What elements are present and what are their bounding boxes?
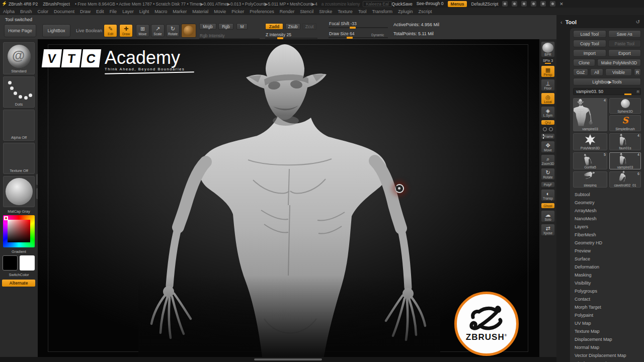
local-toggle[interactable]: ◎ Local xyxy=(541,93,555,105)
menu-brush[interactable]: Brush xyxy=(20,9,32,14)
menu-stencil[interactable]: Stencil xyxy=(300,9,313,14)
mrgb-toggle[interactable]: Mrgb xyxy=(199,23,216,30)
bpr-render-button[interactable]: BPR xyxy=(541,41,555,57)
zoom3d-button[interactable]: ⌕ Zoom3D xyxy=(541,154,555,166)
menu-render[interactable]: Render xyxy=(280,9,295,14)
slider-r-button[interactable]: R xyxy=(637,89,639,94)
draw-size-track[interactable] xyxy=(329,37,388,38)
move-mode-button[interactable]: ⊞ Move xyxy=(136,24,149,37)
copy-tool-button[interactable]: Copy Tool xyxy=(573,40,606,47)
paste-tool-button[interactable]: Paste Tool xyxy=(608,40,641,47)
horizontal-scrollbar[interactable] xyxy=(254,358,322,360)
quicksave-button[interactable]: QuickSave xyxy=(392,2,413,7)
section-deformation[interactable]: Deformation xyxy=(570,263,644,271)
section-normal-map[interactable]: Normal Map xyxy=(570,343,644,351)
menu-movie[interactable]: Movie xyxy=(214,9,226,14)
menu-zplugin[interactable]: Zplugin xyxy=(398,9,413,14)
alternate-button[interactable]: Alternate xyxy=(2,280,35,287)
tool-thumb-sleeping[interactable]: sleeping xyxy=(573,171,607,188)
section-polypaint[interactable]: Polypaint xyxy=(570,311,644,319)
tool-thumb-gorilla5[interactable]: 5 Gorilla5 xyxy=(573,152,607,169)
menu-edit[interactable]: Edit xyxy=(96,9,104,14)
cursor-tool-icon[interactable] xyxy=(502,1,508,7)
menu-alpha[interactable]: Alpha xyxy=(3,9,15,14)
lock-icon[interactable] xyxy=(531,1,536,7)
lsym-toggle[interactable]: ◈ L.Sym xyxy=(541,106,555,118)
main-color-swatch[interactable] xyxy=(3,255,18,270)
menu-macro[interactable]: Macro xyxy=(154,9,167,14)
zadd-toggle[interactable]: Zadd xyxy=(265,23,283,30)
section-vector-displacement-map[interactable]: Vector Displacement Map xyxy=(570,351,644,359)
move-canvas-button[interactable]: ✥ Move xyxy=(541,141,555,153)
menus-button[interactable]: Menus xyxy=(448,1,467,7)
menu-marker[interactable]: Marker xyxy=(173,9,187,14)
palette-history-icon[interactable]: ↺ xyxy=(636,19,640,25)
qnz-toggle[interactable]: Qnz xyxy=(541,120,555,125)
menu-material[interactable]: Material xyxy=(192,9,208,14)
m-toggle[interactable]: M xyxy=(236,23,248,30)
tool-thumb-polymesh3d[interactable]: PolyMesh3D xyxy=(573,133,607,150)
section-display-properties[interactable]: Display Properties xyxy=(570,359,644,362)
default-zscript-button[interactable]: DefaultZScript xyxy=(471,2,498,7)
current-material-button[interactable] xyxy=(181,24,196,38)
menu-file[interactable]: File xyxy=(110,9,117,14)
section-contact[interactable]: Contact xyxy=(570,295,644,303)
color-picker[interactable] xyxy=(3,215,35,247)
make-polymesh3d-button[interactable]: Make PolyMesh3D xyxy=(597,59,641,66)
stroke-type-button[interactable]: Dots xyxy=(3,76,35,108)
alpha-button[interactable]: Alpha Off xyxy=(3,110,35,141)
rotate-mode-button[interactable]: ↻ Rotate xyxy=(166,24,180,37)
section-geometry[interactable]: Geometry xyxy=(570,199,644,207)
menu-layer[interactable]: Layer xyxy=(122,9,134,14)
section-layers[interactable]: Layers xyxy=(570,223,644,231)
menu-picker[interactable]: Picker xyxy=(231,9,244,14)
section-nanomesh[interactable]: NanoMesh xyxy=(570,215,644,223)
current-brush-button[interactable]: Standard xyxy=(3,42,35,74)
secondary-color-swatch[interactable] xyxy=(20,255,35,270)
lightbox-tools-button[interactable]: Lightbox▶Tools xyxy=(573,78,641,85)
tool-thumb-cavetroll[interactable]: 6 cavetroll02_01 xyxy=(609,171,641,188)
goz-button[interactable]: GoZ xyxy=(573,68,588,76)
z-intensity-track[interactable] xyxy=(265,38,317,39)
draw-size-slider[interactable]: Draw Size 64 xyxy=(329,31,355,36)
globe-icon[interactable] xyxy=(550,1,555,7)
focal-shift-track[interactable] xyxy=(329,27,388,28)
section-displacement-map[interactable]: Displacement Map xyxy=(570,335,644,343)
section-uv-map[interactable]: UV Map xyxy=(570,319,644,327)
menu-document[interactable]: Document xyxy=(54,9,74,14)
close-icon[interactable]: ✕ xyxy=(559,2,564,7)
menu-texture[interactable]: Texture xyxy=(338,9,353,14)
solo-toggle[interactable]: ☁ Solo xyxy=(541,210,555,222)
persp-toggle[interactable]: ▦ Persp xyxy=(541,65,555,77)
section-geometry-hd[interactable]: Geometry HD xyxy=(570,239,644,247)
import-button[interactable]: Import xyxy=(573,49,606,57)
live-boolean-button[interactable]: Live Boolean xyxy=(73,24,105,37)
slider-handle[interactable] xyxy=(624,94,631,95)
tool-thumb-vampire03-selected[interactable]: 4 vampire03 xyxy=(609,152,641,169)
color-picker-gradient[interactable] xyxy=(8,220,30,242)
brush-cursor-icon[interactable] xyxy=(521,1,527,7)
zsub-toggle[interactable]: Zsub xyxy=(285,23,300,30)
menu-preferences[interactable]: Preferences xyxy=(250,9,274,14)
zcut-toggle[interactable]: Zcut xyxy=(302,23,316,30)
floor-toggle[interactable]: ⊥ Floor xyxy=(541,79,555,91)
export-button[interactable]: Export xyxy=(608,49,641,57)
goz-all-button[interactable]: All xyxy=(590,68,603,76)
draw-mode-button[interactable]: ✚ Draw xyxy=(119,24,133,37)
tool-thumb-sphere3d[interactable]: Sphere3D xyxy=(609,98,641,114)
menu-tool[interactable]: Tool xyxy=(358,9,367,14)
z-intensity-slider[interactable]: Z Intensity 25 xyxy=(266,32,291,37)
rgb-toggle[interactable]: Rgb xyxy=(218,23,233,30)
save-as-button[interactable]: Save As xyxy=(608,30,641,38)
section-polygroups[interactable]: Polygroups xyxy=(570,287,644,295)
section-preview[interactable]: Preview xyxy=(570,247,644,255)
section-subtool[interactable]: Subtool xyxy=(570,191,644,199)
rotate-canvas-button[interactable]: ↻ Rotate xyxy=(541,168,555,180)
focal-shift-slider[interactable]: Focal Shift -33 xyxy=(329,21,357,26)
user-icon[interactable] xyxy=(540,1,546,7)
menu-zscript[interactable]: Zscript xyxy=(419,9,432,14)
section-visibility[interactable]: Visibility xyxy=(570,279,644,287)
polyframe-toggle[interactable]: PolyF xyxy=(541,182,555,188)
load-tool-button[interactable]: Load Tool xyxy=(573,30,606,38)
section-arraymesh[interactable]: ArrayMesh xyxy=(570,207,644,215)
